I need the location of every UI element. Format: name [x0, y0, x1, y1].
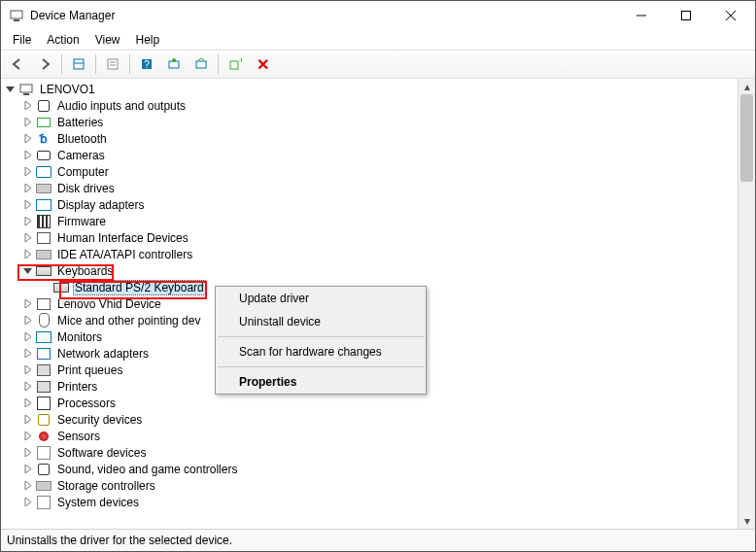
expand-icon[interactable]: [20, 479, 34, 493]
tree-item-label[interactable]: Storage controllers: [55, 479, 157, 493]
tree-item-label[interactable]: Sound, video and game controllers: [55, 463, 239, 476]
content-area: LENOVO1Audio inputs and outputsBatteries…: [1, 79, 755, 529]
context-menu-separator: [218, 366, 424, 367]
scroll-up-icon[interactable]: ▴: [739, 79, 755, 94]
tree-category[interactable]: Security devices: [3, 411, 738, 428]
expand-icon[interactable]: [20, 314, 34, 328]
expand-icon[interactable]: [20, 446, 34, 460]
help-button[interactable]: ?: [134, 52, 159, 77]
menu-action[interactable]: Action: [39, 31, 86, 49]
expand-icon[interactable]: [20, 248, 34, 261]
cpu-icon: [36, 396, 52, 411]
expand-icon[interactable]: [20, 397, 34, 410]
tree-item-label[interactable]: Computer: [55, 165, 111, 179]
expand-icon[interactable]: [20, 496, 34, 509]
tree-item-label[interactable]: Network adapters: [55, 347, 151, 361]
tree-item-label[interactable]: Keyboards: [55, 264, 115, 278]
uninstall-button[interactable]: ✕: [250, 52, 275, 77]
expand-icon[interactable]: [20, 463, 34, 476]
scan-hardware-button[interactable]: [189, 52, 214, 77]
tree-item-label[interactable]: Human Interface Devices: [55, 231, 190, 245]
printer-icon: [36, 362, 52, 378]
expand-icon[interactable]: [20, 165, 34, 179]
scroll-thumb[interactable]: [740, 94, 753, 182]
expand-icon[interactable]: [20, 215, 34, 228]
tree-item-label[interactable]: Mice and other pointing dev: [55, 314, 202, 328]
tree-category[interactable]: Sound, video and game controllers: [3, 461, 738, 477]
tree-item-label[interactable]: Lenovo Vhid Device: [55, 297, 163, 311]
expand-icon[interactable]: [20, 149, 34, 162]
tree-item-label[interactable]: Display adapters: [55, 198, 146, 212]
tree-item-label[interactable]: Bluetooth: [55, 132, 109, 146]
minimize-button[interactable]: [619, 1, 664, 30]
update-driver-button[interactable]: [161, 52, 187, 77]
tree-category[interactable]: Keyboards: [3, 262, 738, 279]
tree-category[interactable]: System devices: [3, 494, 738, 510]
tree-item-label[interactable]: Sensors: [55, 430, 102, 443]
tree-item-label[interactable]: Processors: [55, 397, 118, 410]
forward-button[interactable]: [32, 52, 57, 77]
expand-icon[interactable]: [20, 297, 34, 311]
tree-item-label[interactable]: IDE ATA/ATAPI controllers: [55, 248, 194, 261]
tree-item-label[interactable]: Cameras: [55, 149, 107, 162]
maximize-button[interactable]: [664, 1, 708, 30]
tree-item-label[interactable]: Audio inputs and outputs: [55, 99, 188, 113]
menu-file[interactable]: File: [5, 31, 39, 49]
back-button[interactable]: [5, 52, 30, 77]
scroll-down-icon[interactable]: ▾: [739, 513, 755, 529]
expand-icon[interactable]: [20, 231, 34, 245]
show-hidden-button[interactable]: [66, 52, 91, 77]
toolbar-sep: [129, 54, 130, 74]
tree-item-label[interactable]: Firmware: [55, 215, 108, 228]
tree-category[interactable]: ␢Bluetooth: [3, 130, 738, 147]
tree-category[interactable]: Audio inputs and outputs: [3, 97, 738, 114]
tree-category[interactable]: Computer: [3, 163, 738, 180]
expand-icon[interactable]: [20, 363, 34, 377]
expand-icon[interactable]: [20, 116, 34, 129]
tree-category[interactable]: Display adapters: [3, 196, 738, 213]
titlebar: Device Manager: [1, 1, 755, 30]
expand-icon[interactable]: [20, 430, 34, 443]
menu-help[interactable]: Help: [128, 31, 168, 49]
tree-category[interactable]: Storage controllers: [3, 477, 738, 494]
vertical-scrollbar[interactable]: ▴ ▾: [738, 79, 755, 529]
expand-icon[interactable]: [20, 99, 34, 113]
add-legacy-button[interactable]: +: [223, 52, 248, 77]
expand-icon[interactable]: [20, 198, 34, 212]
expand-icon[interactable]: [20, 413, 34, 427]
close-button[interactable]: [708, 1, 753, 30]
speaker-icon: [36, 98, 52, 114]
tree-item-label[interactable]: Monitors: [55, 330, 104, 344]
tree-category[interactable]: Software devices: [3, 444, 738, 461]
expand-icon[interactable]: [20, 132, 34, 146]
properties-button[interactable]: [100, 52, 125, 77]
tree-item-label[interactable]: Security devices: [55, 413, 144, 427]
context-menu-item[interactable]: Uninstall device: [216, 310, 426, 333]
tree-category[interactable]: Firmware: [3, 213, 738, 229]
context-menu-item[interactable]: Update driver: [216, 287, 426, 310]
collapse-icon[interactable]: [3, 83, 17, 96]
expand-icon[interactable]: [20, 347, 34, 361]
tree-category[interactable]: Cameras: [3, 147, 738, 163]
collapse-icon[interactable]: [20, 264, 34, 278]
tree-category[interactable]: Disk drives: [3, 180, 738, 196]
tree-item-label[interactable]: Printers: [55, 380, 99, 394]
tree-item-label[interactable]: Software devices: [55, 446, 148, 460]
tree-item-label[interactable]: Batteries: [55, 116, 105, 129]
tree-item-label[interactable]: Print queues: [55, 363, 124, 377]
tree-item-label[interactable]: System devices: [55, 496, 141, 509]
tree-category[interactable]: IDE ATA/ATAPI controllers: [3, 246, 738, 262]
context-menu-item[interactable]: Properties: [216, 370, 426, 394]
context-menu-item[interactable]: Scan for hardware changes: [216, 340, 426, 363]
tree-category[interactable]: Sensors: [3, 428, 738, 444]
tree-category[interactable]: Batteries: [3, 114, 738, 130]
tree-root-label[interactable]: LENOVO1: [38, 83, 97, 96]
tree-category[interactable]: Human Interface Devices: [3, 229, 738, 246]
expand-icon[interactable]: [20, 380, 34, 394]
tree-item-label[interactable]: Disk drives: [55, 182, 117, 195]
tree-category[interactable]: Processors: [3, 395, 738, 411]
expand-icon[interactable]: [20, 330, 34, 344]
menu-view[interactable]: View: [87, 31, 128, 49]
tree-device-label[interactable]: Standard PS/2 Keyboard: [73, 280, 206, 295]
expand-icon[interactable]: [20, 182, 34, 195]
